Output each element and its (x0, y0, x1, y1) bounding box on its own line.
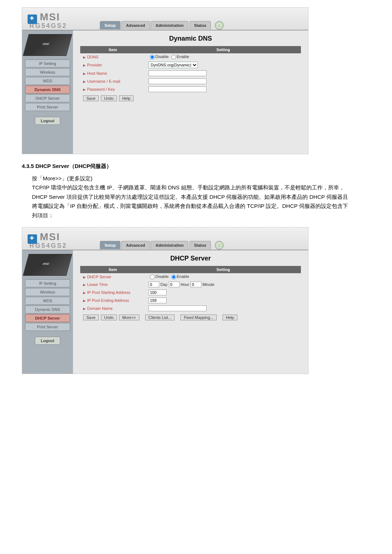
fixed-mapping-button[interactable]: Fixed Mapping... (180, 315, 216, 320)
dhcp-disable-radio[interactable] (150, 275, 155, 279)
sidebar-item-wireless[interactable]: Wireless (25, 288, 70, 296)
text-section: 4.3.5 DHCP Server（DHCP伺服器） 按「More>>」(更多設… (22, 161, 348, 220)
button-row: Save Undo More>> Clients List... Fixed M… (80, 312, 301, 323)
save-button[interactable]: Save (83, 315, 99, 320)
sidebar-item-ip-setting[interactable]: IP Setting (25, 279, 70, 287)
top-tabs: Setup Advanced Administration Status ⌂ (100, 241, 224, 250)
logo-text: MSI (40, 11, 60, 23)
chip-icon (23, 34, 72, 56)
th-item: Item (80, 266, 146, 273)
home-icon[interactable]: ⌂ (215, 241, 224, 250)
row-password-label: Password / Key (80, 85, 146, 93)
row-end-label: IP Pool Ending Address (80, 296, 146, 304)
lease-day-input[interactable] (148, 282, 159, 287)
domain-input[interactable] (148, 305, 207, 311)
sidebar-item-wds[interactable]: WDS (25, 297, 70, 305)
lease-min-input[interactable] (191, 282, 201, 287)
section-line1: 按「More>>」(更多設定) (22, 174, 348, 183)
section-heading: 4.3.5 DHCP Server（DHCP伺服器） (22, 161, 348, 171)
logout-button[interactable]: Logout (35, 117, 60, 125)
clients-list-button[interactable]: Clients List... (145, 315, 175, 320)
sidebar-item-wds[interactable]: WDS (25, 77, 70, 85)
undo-button[interactable]: Undo (101, 315, 117, 320)
button-row: Save Undo Help (80, 93, 301, 103)
tab-advanced[interactable]: Advanced (121, 21, 150, 29)
ddns-enable-radio[interactable] (171, 55, 176, 59)
chip-icon (23, 254, 72, 276)
row-hostname-label: Host Name (80, 69, 146, 77)
th-setting: Setting (146, 46, 301, 53)
lease-day-label: Day (160, 282, 168, 287)
row-domain-label: Domain Name (80, 304, 146, 312)
sidebar-item-print-server[interactable]: Print Server (25, 323, 70, 331)
dhcp-enable-label: Enable (177, 274, 189, 279)
row-ddns-label: DDNS (80, 53, 146, 61)
tab-administration[interactable]: Administration (151, 21, 188, 29)
page-title: DHCP Server (80, 255, 301, 262)
th-item: Item (80, 46, 146, 53)
help-button[interactable]: Help (222, 315, 237, 320)
undo-button[interactable]: Undo (101, 95, 117, 101)
dhcp-disable-label: Disable (155, 274, 169, 279)
sidebar-item-wireless[interactable]: Wireless (25, 68, 70, 76)
tab-status[interactable]: Status (189, 21, 211, 29)
logout-button[interactable]: Logout (35, 337, 60, 345)
screenshot-dhcp: MSI RG54GS2 Setup Advanced Administratio… (22, 227, 309, 374)
logo-icon (28, 234, 37, 244)
end-input[interactable] (148, 297, 167, 303)
row-start-label: IP Pool Starting Address (80, 288, 146, 296)
home-icon[interactable]: ⌂ (215, 21, 224, 30)
sidebar-item-dynamic-dns[interactable]: Dynamic DNS (25, 305, 70, 313)
sidebar: IP Setting Wireless WDS Dynamic DNS DHCP… (22, 250, 73, 374)
logo-icon (28, 15, 37, 24)
ddns-disable-radio[interactable] (150, 55, 155, 59)
sidebar-item-dhcp-server[interactable]: DHCP Server (25, 314, 70, 322)
row-provider-label: Provider (80, 61, 146, 69)
tab-status[interactable]: Status (189, 241, 211, 249)
sidebar-item-ip-setting[interactable]: IP Setting (25, 59, 70, 67)
th-setting: Setting (146, 266, 301, 273)
sidebar-item-dhcp-server[interactable]: DHCP Server (25, 94, 70, 102)
hostname-input[interactable] (148, 70, 207, 76)
help-button[interactable]: Help (119, 95, 134, 101)
row-username-label: Username / E-mail (80, 77, 146, 85)
top-tabs: Setup Advanced Administration Status ⌂ (100, 21, 224, 30)
tab-setup[interactable]: Setup (100, 241, 121, 249)
header: MSI RG54GS2 Setup Advanced Administratio… (22, 227, 308, 250)
ddns-table: Item Setting DDNS Disable Enable Provide… (80, 46, 301, 93)
lease-hour-input[interactable] (169, 282, 180, 287)
ddns-disable-label: Disable (155, 54, 169, 59)
lease-min-label: Minute (203, 282, 215, 287)
more-button[interactable]: More>> (119, 315, 139, 320)
row-dhcp-label: DHCP Server (80, 273, 146, 280)
tab-advanced[interactable]: Advanced (121, 241, 150, 249)
save-button[interactable]: Save (83, 95, 99, 101)
content-ddns: Dynamic DNS Item Setting DDNS Disable En… (73, 30, 308, 154)
tab-setup[interactable]: Setup (100, 21, 121, 29)
sidebar: IP Setting Wireless WDS Dynamic DNS DHCP… (22, 30, 73, 154)
tab-administration[interactable]: Administration (151, 241, 188, 249)
section-paragraph: TCP/IP 環境中的設定包含主機 IP、子網路遮罩、閘道和 DNS 組態。手動… (22, 183, 348, 220)
logo-text: MSI (40, 231, 60, 243)
row-lease-label: Lease Time (80, 280, 146, 288)
username-input[interactable] (148, 78, 207, 84)
content-dhcp: DHCP Server Item Setting DHCP Server Dis… (73, 250, 308, 374)
page-title: Dynamic DNS (80, 35, 301, 42)
screenshot-ddns: MSI RG54GS2 Setup Advanced Administratio… (22, 7, 309, 154)
provider-select[interactable]: DynDNS.org(Dynamic) (148, 62, 198, 68)
dhcp-enable-radio[interactable] (171, 275, 176, 279)
lease-hour-label: Hour (181, 282, 189, 287)
dhcp-table: Item Setting DHCP Server Disable Enable … (80, 266, 301, 312)
sidebar-item-dynamic-dns[interactable]: Dynamic DNS (25, 86, 70, 94)
start-input[interactable] (148, 290, 167, 295)
sidebar-item-print-server[interactable]: Print Server (25, 103, 70, 111)
password-input[interactable] (148, 86, 207, 92)
header: MSI RG54GS2 Setup Advanced Administratio… (22, 8, 308, 30)
ddns-enable-label: Enable (177, 54, 189, 59)
